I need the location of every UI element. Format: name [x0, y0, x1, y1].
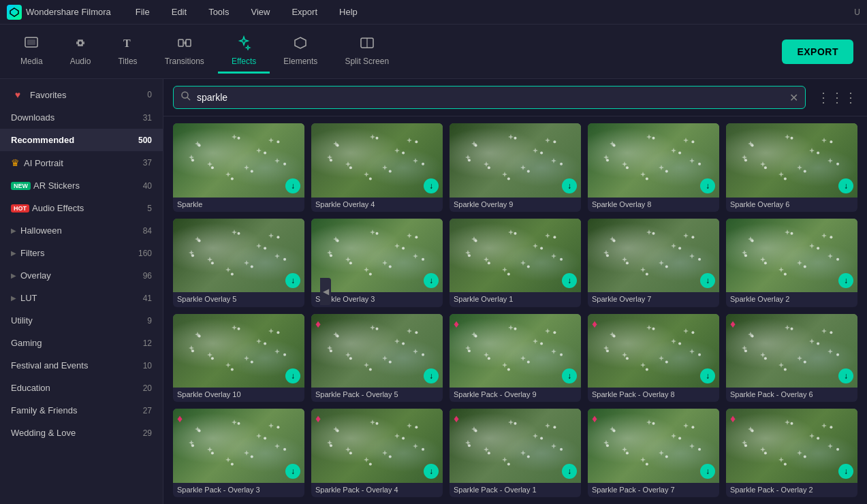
- effect-card-19[interactable]: ♦↓Sparkle Pack - Overlay 7: [588, 409, 719, 497]
- sidebar-item-gaming[interactable]: Gaming 12: [0, 332, 163, 354]
- menu-file[interactable]: File: [131, 4, 154, 20]
- menu-tools[interactable]: Tools: [204, 4, 233, 20]
- premium-icon: ♦: [730, 318, 736, 330]
- download-icon[interactable]: ↓: [285, 178, 300, 193]
- sidebar-item-education[interactable]: Education 20: [0, 377, 163, 399]
- sidebar-item-lut[interactable]: ▶ LUT 41: [0, 287, 163, 309]
- svg-point-86: [488, 262, 490, 264]
- effect-card-6[interactable]: ↓Sparkle Overlay 5: [173, 219, 304, 307]
- svg-point-88: [527, 265, 530, 268]
- effect-card-4[interactable]: ↓Sparkle Overlay 8: [588, 123, 719, 212]
- sidebar-collapse-button[interactable]: ◀: [320, 278, 331, 305]
- sidebar-item-festival-events[interactable]: Festival and Events 10: [0, 354, 163, 377]
- menu-help[interactable]: Help: [335, 4, 362, 20]
- download-icon[interactable]: ↓: [285, 464, 300, 479]
- effect-card-11[interactable]: ↓Sparkle Overlay 10: [173, 314, 304, 403]
- download-icon[interactable]: ↓: [700, 178, 715, 193]
- svg-point-75: [402, 247, 405, 249]
- premium-icon: ♦: [454, 318, 459, 330]
- effect-card-18[interactable]: ♦↓Sparkle Pack - Overlay 1: [450, 409, 581, 497]
- sidebar-item-halloween[interactable]: ▶ Halloween 84: [0, 219, 163, 242]
- export-button[interactable]: EXPORT: [782, 40, 853, 64]
- effect-card-8[interactable]: ↓Sparkle Overlay 1: [450, 219, 581, 307]
- download-icon[interactable]: ↓: [562, 178, 577, 193]
- sidebar-item-ai-portrait[interactable]: ♛ AI Portrait 37: [0, 151, 163, 174]
- effect-card-13[interactable]: ♦↓Sparkle Pack - Overlay 9: [450, 314, 581, 403]
- search-input[interactable]: [197, 92, 784, 103]
- titles-icon: T: [121, 35, 136, 54]
- effect-card-17[interactable]: ♦↓Sparkle Pack - Overlay 4: [311, 409, 443, 497]
- effect-card-5[interactable]: ↓Sparkle Overlay 6: [726, 123, 857, 212]
- effect-card-1[interactable]: ↓Sparkle: [173, 123, 304, 212]
- sidebar-item-wedding-love[interactable]: Wedding & Love 29: [0, 422, 163, 444]
- svg-point-151: [698, 353, 701, 356]
- effect-card-9[interactable]: ↓Sparkle Overlay 7: [588, 219, 719, 307]
- svg-rect-42: [588, 123, 719, 198]
- effect-card-14[interactable]: ♦↓Sparkle Pack - Overlay 8: [588, 314, 719, 403]
- menu-export[interactable]: Export: [287, 4, 321, 20]
- sidebar-item-downloads[interactable]: Downloads 31: [0, 106, 163, 129]
- download-icon[interactable]: ↓: [424, 464, 439, 479]
- svg-point-189: [468, 445, 471, 447]
- search-clear-button[interactable]: ✕: [789, 91, 798, 104]
- toolbar-effects[interactable]: Effects: [218, 30, 270, 74]
- effect-card-15[interactable]: ♦↓Sparkle Pack - Overlay 6: [726, 314, 857, 403]
- sidebar-item-overlay[interactable]: ▶ Overlay 96: [0, 264, 163, 287]
- svg-point-94: [652, 232, 655, 234]
- download-icon[interactable]: ↓: [838, 273, 853, 288]
- effect-card-20[interactable]: ♦↓Sparkle Pack - Overlay 2: [726, 409, 857, 497]
- download-icon[interactable]: ↓: [285, 368, 300, 383]
- sidebar-count-education: 20: [143, 383, 152, 393]
- effect-card-12[interactable]: ♦↓Sparkle Pack - Overlay 5: [311, 314, 443, 403]
- sidebar-item-utility[interactable]: Utility 9: [0, 309, 163, 332]
- effect-card-10[interactable]: ↓Sparkle Overlay 2: [726, 219, 857, 307]
- svg-point-53: [751, 144, 754, 147]
- sidebar-item-favorites[interactable]: ♥ Favorites 0: [0, 83, 163, 106]
- sidebar-item-ar-stickers[interactable]: NEW AR Stickers 40: [0, 174, 163, 197]
- sidebar-item-audio-effects[interactable]: HOT Audio Effects 5: [0, 197, 163, 219]
- svg-point-195: [678, 437, 681, 440]
- download-icon[interactable]: ↓: [562, 273, 577, 288]
- sidebar-item-filters[interactable]: ▶ Filters 160: [0, 242, 163, 264]
- effect-thumb-16: ♦↓: [173, 409, 304, 483]
- sidebar-item-family-friends[interactable]: Family & Friends 27: [0, 399, 163, 422]
- download-icon[interactable]: ↓: [562, 368, 577, 383]
- toolbar-elements[interactable]: Elements: [270, 30, 331, 74]
- effect-card-2[interactable]: ↓Sparkle Overlay 4: [311, 123, 443, 212]
- grid-toggle-button[interactable]: ⋮⋮⋮: [817, 89, 857, 106]
- menu-view[interactable]: View: [247, 4, 274, 20]
- download-icon[interactable]: ↓: [562, 464, 577, 479]
- svg-rect-82: [450, 219, 581, 293]
- toolbar-media[interactable]: Media: [7, 30, 57, 74]
- download-icon[interactable]: ↓: [700, 273, 715, 288]
- svg-point-13: [198, 144, 201, 147]
- download-icon[interactable]: ↓: [424, 368, 439, 383]
- download-icon[interactable]: ↓: [700, 368, 715, 383]
- svg-point-153: [751, 334, 754, 337]
- download-icon[interactable]: ↓: [700, 464, 715, 479]
- toolbar-audio[interactable]: Audio: [57, 30, 105, 74]
- download-icon[interactable]: ↓: [424, 178, 439, 193]
- effect-card-16[interactable]: ♦↓Sparkle Pack - Overlay 3: [173, 409, 304, 497]
- svg-rect-112: [173, 314, 304, 388]
- svg-point-150: [646, 368, 648, 371]
- sidebar-item-recommended[interactable]: Recommended 500: [0, 129, 163, 151]
- download-icon[interactable]: ↓: [838, 368, 853, 383]
- toolbar-titles[interactable]: T Titles: [104, 30, 151, 74]
- svg-point-103: [751, 239, 754, 242]
- toolbar-transitions[interactable]: Transitions: [151, 30, 218, 74]
- menu-edit[interactable]: Edit: [168, 4, 191, 20]
- effect-label-9: Sparkle Overlay 7: [588, 292, 719, 306]
- svg-point-176: [349, 452, 352, 454]
- svg-point-203: [751, 430, 754, 432]
- download-icon[interactable]: ↓: [838, 178, 853, 193]
- svg-rect-192: [588, 409, 719, 483]
- toolbar-split-screen[interactable]: Split Screen: [331, 30, 403, 74]
- svg-point-206: [764, 452, 767, 454]
- download-icon[interactable]: ↓: [285, 273, 300, 288]
- download-icon[interactable]: ↓: [838, 464, 853, 479]
- sidebar-count-gaming: 12: [143, 338, 152, 348]
- svg-point-104: [791, 232, 793, 234]
- effect-card-3[interactable]: ↓Sparkle Overlay 9: [450, 123, 581, 212]
- download-icon[interactable]: ↓: [424, 273, 439, 288]
